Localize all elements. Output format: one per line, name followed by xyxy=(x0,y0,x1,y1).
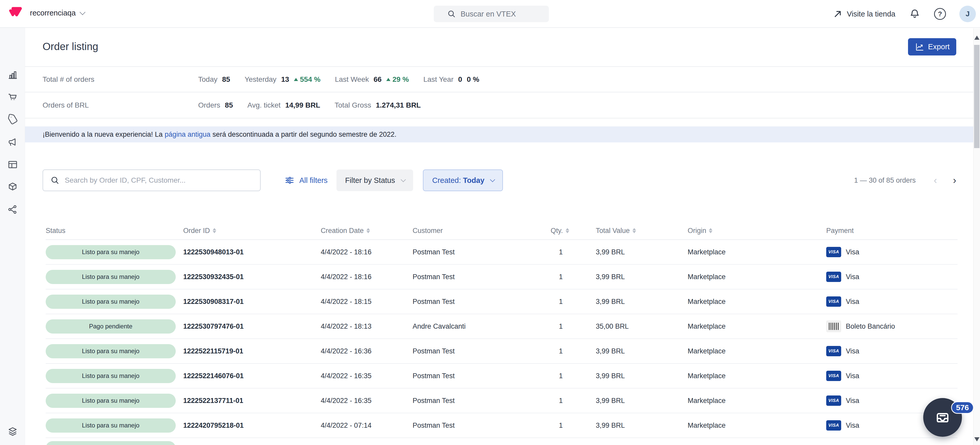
bell-icon xyxy=(909,8,921,20)
order-id-cell: 1222530797476-01 xyxy=(183,323,321,331)
status-filter-dropdown[interactable]: Filter by Status xyxy=(336,170,413,191)
chevron-left-icon[interactable]: ‹ xyxy=(934,175,937,185)
column-header-order-id[interactable]: Order ID xyxy=(183,227,321,235)
payment-label: Visa xyxy=(846,273,859,281)
qty-cell: 1 xyxy=(550,323,596,331)
megaphone-icon[interactable] xyxy=(7,137,18,148)
column-label: Order ID xyxy=(183,227,210,235)
barcode-icon xyxy=(826,320,841,332)
stats-row-label: Orders of BRL xyxy=(43,101,198,110)
status-badge xyxy=(46,441,176,445)
share-icon[interactable] xyxy=(7,204,18,215)
order-id-cell: 1222530948013-01 xyxy=(183,248,321,256)
visa-icon: VISA xyxy=(826,396,841,406)
payment-cell: VISAVisa xyxy=(826,346,958,356)
stat-metric: Today85 xyxy=(198,75,230,84)
order-id-cell: 1222420795218-01 xyxy=(183,421,321,429)
order-search-field[interactable] xyxy=(43,170,261,191)
export-button-label: Export xyxy=(928,43,950,51)
topbar: recorrenciaqa Buscar en VTEX Visite la t… xyxy=(0,0,980,28)
scroll-up-arrow[interactable] xyxy=(974,36,980,40)
avatar[interactable]: J xyxy=(959,6,976,22)
stat-metric: Orders85 xyxy=(198,101,233,110)
storefront-icon[interactable] xyxy=(7,159,18,170)
created-filter-value: Today xyxy=(463,176,484,184)
customer-cell: Postman Test xyxy=(413,372,550,380)
origin-cell: Marketplace xyxy=(688,397,826,405)
old-page-link[interactable]: página antigua xyxy=(165,130,210,138)
account-name: recorrenciaqa xyxy=(30,9,76,17)
bar-chart-icon[interactable] xyxy=(7,69,18,81)
table-row[interactable]: Listo para su manejo 1222530932435-01 4/… xyxy=(46,265,958,289)
column-header-qty[interactable]: Qty. xyxy=(550,227,596,235)
created-filter-text: Created:Today xyxy=(432,176,484,185)
status-badge: Listo para su manejo xyxy=(46,418,176,432)
visit-store-link[interactable]: Visite la tienda xyxy=(833,9,896,19)
scrollbar-thumb[interactable] xyxy=(974,45,980,148)
status-badge: Listo para su manejo xyxy=(46,344,176,358)
table-header-row: StatusOrder IDCreation DateCustomerQty.T… xyxy=(46,222,958,240)
table-row[interactable]: Pago pendiente 1222530797476-01 4/4/2022… xyxy=(46,314,958,339)
column-label: Creation Date xyxy=(321,227,364,235)
cube-icon[interactable] xyxy=(7,181,18,193)
table-row-partial[interactable] xyxy=(46,438,958,445)
table-row[interactable]: Listo para su manejo 1222522137711-01 4/… xyxy=(46,388,958,413)
origin-cell: Marketplace xyxy=(688,347,826,355)
search-icon xyxy=(447,10,456,18)
status-badge: Listo para su manejo xyxy=(46,394,176,408)
payment-cell: VISAVisa xyxy=(826,272,958,282)
table-row[interactable]: Listo para su manejo 1222522115719-01 4/… xyxy=(46,339,958,364)
page-title: Order listing xyxy=(43,41,98,52)
stat-metric: Last Year00 % xyxy=(423,75,479,84)
table-row[interactable]: Listo para su manejo 1222522146076-01 4/… xyxy=(46,364,958,388)
cart-icon[interactable] xyxy=(7,92,18,103)
origin-cell: Marketplace xyxy=(688,273,826,281)
column-header-total-value[interactable]: Total Value xyxy=(596,227,688,235)
table-row[interactable]: Listo para su manejo 1222420795218-01 4/… xyxy=(46,413,958,438)
creation-date-cell: 4/4/2022 - 07:14 xyxy=(321,421,413,429)
all-filters-button[interactable]: All filters xyxy=(284,175,328,186)
fab-count-badge: 576 xyxy=(951,401,974,414)
sidebar xyxy=(0,28,25,445)
notifications-button[interactable] xyxy=(909,8,921,20)
column-header-origin[interactable]: Origin xyxy=(688,227,826,235)
status-cell: Listo para su manejo xyxy=(46,369,183,383)
stats-row-orders-brl: Orders of BRL Orders85Avg. ticket14,99 B… xyxy=(25,92,980,118)
stats-metrics: Orders85Avg. ticket14,99 BRLTotal Gross1… xyxy=(198,101,421,110)
vtex-logo[interactable] xyxy=(9,7,22,19)
triangle-up-icon xyxy=(386,78,390,81)
customer-cell: Postman Test xyxy=(413,248,550,256)
sort-icon xyxy=(213,228,216,233)
column-header-status: Status xyxy=(46,227,183,235)
vertical-scrollbar xyxy=(973,29,980,445)
qty-cell: 1 xyxy=(550,397,596,405)
column-label: Status xyxy=(46,227,65,235)
customer-cell: Postman Test xyxy=(413,298,550,306)
global-search[interactable]: Buscar en VTEX xyxy=(434,6,549,22)
creation-date-cell: 4/4/2022 - 18:16 xyxy=(321,273,413,281)
qty-cell: 1 xyxy=(550,421,596,429)
chevron-right-icon[interactable]: › xyxy=(953,175,956,185)
welcome-banner: ¡Bienvenido a la nueva experiencia! La p… xyxy=(25,126,980,142)
table-row[interactable]: Listo para su manejo 1222530948013-01 4/… xyxy=(46,240,958,265)
status-filter-label: Filter by Status xyxy=(345,176,395,185)
qty-cell: 1 xyxy=(550,372,596,380)
account-switcher[interactable]: recorrenciaqa xyxy=(30,9,84,17)
stat-metric: Yesterday13554 % xyxy=(245,75,320,84)
origin-cell: Marketplace xyxy=(688,372,826,380)
column-label: Customer xyxy=(413,227,443,235)
orders-table: StatusOrder IDCreation DateCustomerQty.T… xyxy=(46,222,958,445)
scroll-down-arrow[interactable] xyxy=(974,437,980,442)
creation-date-cell: 4/4/2022 - 16:36 xyxy=(321,347,413,355)
order-search-input[interactable] xyxy=(65,176,260,184)
column-header-creation-date[interactable]: Creation Date xyxy=(321,227,413,235)
qty-cell: 1 xyxy=(550,347,596,355)
created-filter-dropdown[interactable]: Created:Today xyxy=(423,170,503,191)
layers-icon[interactable] xyxy=(7,426,18,437)
tag-icon[interactable] xyxy=(7,114,18,126)
origin-cell: Marketplace xyxy=(688,248,826,256)
help-button[interactable]: ? xyxy=(934,8,946,20)
table-row[interactable]: Listo para su manejo 1222530908317-01 4/… xyxy=(46,289,958,314)
visa-icon: VISA xyxy=(826,346,841,356)
export-button[interactable]: Export xyxy=(908,38,956,56)
